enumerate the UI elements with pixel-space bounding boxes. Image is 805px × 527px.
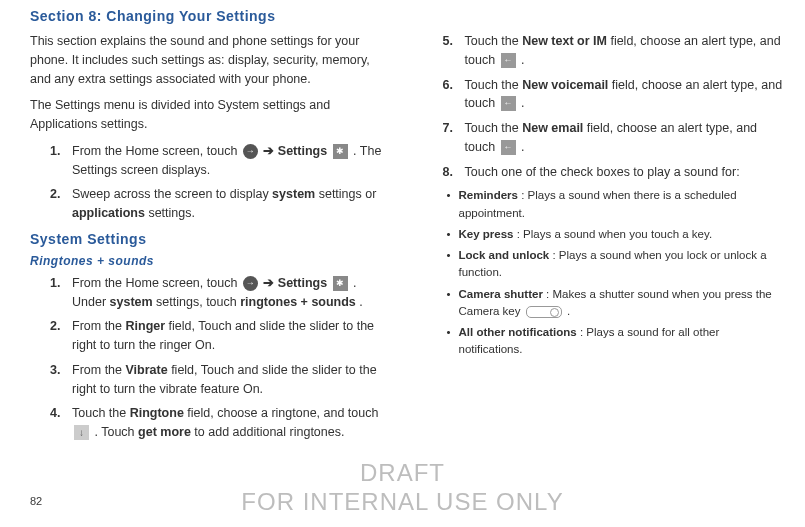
text: Touch the [465,121,523,135]
back-icon [501,140,516,155]
ring-step-7: 7. Touch the New email field, choose an … [423,119,786,157]
bullet-reminders: • Reminders : Plays a sound when there i… [447,187,786,222]
bold-text: New text or IM [522,34,607,48]
gear-icon [333,144,348,159]
settings-label: Settings [278,276,327,290]
text: Sweep across the screen to display [72,187,272,201]
bullet-text: : Plays a sound when you touch a key. [517,228,712,240]
bold-text: system [272,187,315,201]
bullet-marker: • [447,324,459,359]
back-icon [501,53,516,68]
text: field, choose a ringtone, and touch [187,406,378,420]
ring-step-1: 1. From the Home screen, touch ➔ Setting… [30,274,393,312]
text: Touch the [465,78,523,92]
nav-arrow-icon [243,276,258,291]
ring-step-5: 5. Touch the New text or IM field, choos… [423,32,786,70]
step-number: 1. [50,142,72,180]
right-column: 5. Touch the New text or IM field, choos… [423,32,786,448]
bold-text: Ringtone [130,406,184,420]
camera-key-icon [526,306,562,318]
bullet-text: . [567,305,570,317]
ring-step-3: 3. From the Vibrate field, Touch and sli… [30,361,393,399]
text: From the [72,363,126,377]
step-number: 8. [443,163,465,182]
bullet-marker: • [447,187,459,222]
step-number: 3. [50,361,72,399]
system-settings-heading: System Settings [30,229,393,250]
bullet-keypress: • Key press : Plays a sound when you tou… [447,226,786,243]
bullet-marker: • [447,226,459,243]
step-number: 6. [443,76,465,114]
left-column: This section explains the sound and phon… [30,32,393,448]
intro-para-1: This section explains the sound and phon… [30,32,393,88]
bold-text: New email [522,121,583,135]
bullet-camera: • Camera shutter : Makes a shutter sound… [447,286,786,321]
gear-icon [333,276,348,291]
intro-para-2: The Settings menu is divided into System… [30,96,393,134]
intro-step-2: 2. Sweep across the screen to display sy… [30,185,393,223]
bullet-label: Lock and unlock [459,249,550,261]
text: to add additional ringtones. [194,425,344,439]
bold-text: Vibrate [126,363,168,377]
bullet-label: Key press [459,228,514,240]
bold-text: Ringer [126,319,166,333]
ring-step-2: 2. From the Ringer field, Touch and slid… [30,317,393,355]
text: . [521,140,524,154]
text: Touch the [465,34,523,48]
step-number: 4. [50,404,72,442]
intro-step-1: 1. From the Home screen, touch ➔ Setting… [30,142,393,180]
settings-label: Settings [278,144,327,158]
text: . [359,295,362,309]
ringtones-heading: Ringtones + sounds [30,252,393,270]
back-icon [501,96,516,111]
bullet-label: Camera shutter [459,288,543,300]
bullet-label: All other notifications [459,326,577,338]
text: settings or [319,187,377,201]
bold-text: New voicemail [522,78,608,92]
text: . [521,53,524,67]
ring-step-6: 6. Touch the New voicemail field, choose… [423,76,786,114]
bullet-other: • All other notifications : Plays a soun… [447,324,786,359]
arrow-text: ➔ [263,276,277,290]
nav-arrow-icon [243,144,258,159]
arrow-text: ➔ [263,144,277,158]
bold-text: system [110,295,153,309]
text: Touch the [72,406,130,420]
ring-step-8: 8. Touch one of the check boxes to play … [423,163,786,182]
ring-step-4: 4. Touch the Ringtone field, choose a ri… [30,404,393,442]
bullet-lock: • Lock and unlock : Plays a sound when y… [447,247,786,282]
check-icon [74,425,89,440]
text: From the Home screen, touch [72,144,241,158]
text: From the [72,319,126,333]
bold-text: get more [138,425,191,439]
step-number: 7. [443,119,465,157]
page-number: 82 [30,495,42,507]
text: . Touch [94,425,138,439]
step-number: 1. [50,274,72,312]
bullet-label: Reminders [459,189,518,201]
bullet-marker: • [447,247,459,282]
bold-text: ringtones + sounds [240,295,356,309]
watermark: DRAFT FOR INTERNAL USE ONLY [0,459,805,517]
watermark-line-1: DRAFT [0,459,805,488]
watermark-line-2: FOR INTERNAL USE ONLY [0,488,805,517]
text: From the Home screen, touch [72,276,241,290]
bold-text: applications [72,206,145,220]
text: settings. [148,206,195,220]
text: . [521,96,524,110]
text: Touch one of the check boxes to play a s… [465,165,740,179]
step-number: 5. [443,32,465,70]
bullet-marker: • [447,286,459,321]
section-title: Section 8: Changing Your Settings [30,8,785,24]
step-number: 2. [50,317,72,355]
step-number: 2. [50,185,72,223]
text: settings, touch [156,295,240,309]
